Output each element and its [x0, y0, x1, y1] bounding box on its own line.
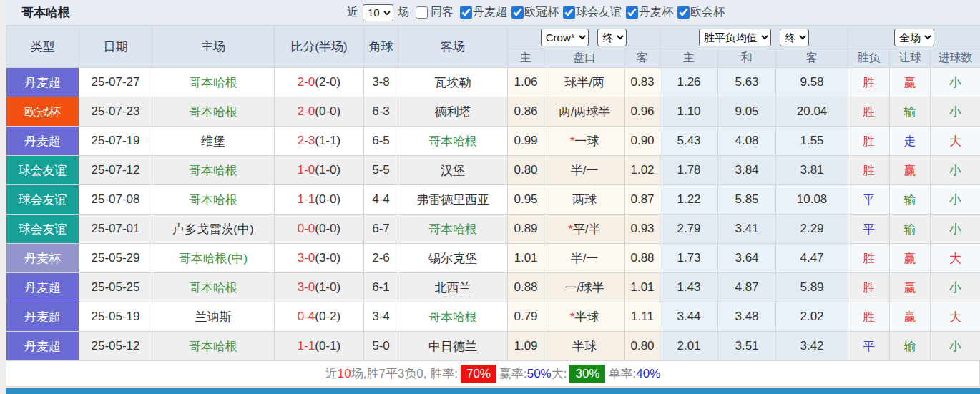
euro-draw-odds: 3.64 [718, 244, 776, 273]
result-text: 胜 [863, 134, 875, 148]
asia-home-odds: 0.95 [508, 185, 544, 215]
summary-segment: 赢率: [499, 365, 527, 382]
corners-cell: 3-8 [364, 68, 398, 97]
result-cell: 胜 [848, 302, 890, 332]
league-checkbox[interactable] [460, 6, 472, 19]
fulltime-score: 0-4 [298, 310, 315, 323]
score-cell: 1-0(1-0) [275, 156, 364, 185]
euro-bookmaker-select[interactable]: 胜平负均值 [699, 29, 771, 46]
handicap-result-cell: 赢 [890, 273, 931, 302]
asia-home-odds: 0.79 [508, 302, 544, 332]
same-venue-checkbox[interactable] [416, 6, 428, 19]
col-header-home: 主场 [152, 26, 275, 68]
goals-text: 小 [949, 76, 961, 89]
fulltime-score: 2-0 [298, 104, 315, 118]
score-cell: 0-4(0-2) [275, 302, 364, 332]
home-team-cell: 哥本哈根(中) [152, 244, 275, 273]
result-cell: 平 [848, 332, 890, 361]
league-filter-group: 丹麦超欧冠杯球会友谊丹麦杯欧会杯 [456, 5, 725, 20]
date-cell: 25-05-29 [79, 244, 152, 273]
match-row: 丹麦超25-05-25哥本哈根3-0(1-0)6-1北西兰0.88一/球半1.0… [6, 273, 980, 302]
asia-handicap-cell: 球半/两 [544, 68, 625, 97]
fulltime-score: 3-0 [298, 251, 315, 265]
handicap-result-text: 输 [904, 193, 916, 207]
league-checkbox[interactable] [677, 6, 690, 19]
result-text: 胜 [863, 76, 875, 89]
result-text: 胜 [863, 105, 875, 119]
asia-time-select[interactable]: 终 [597, 29, 627, 46]
sub-header-asia-away: 客 [625, 49, 660, 68]
asia-home-odds: 1.09 [508, 332, 544, 361]
handicap-result-cell: 输 [890, 185, 931, 215]
euro-home-odds: 1.43 [660, 273, 718, 302]
asia-away-odds: 0.93 [625, 215, 660, 244]
away-team-name: 哥本哈根 [428, 310, 477, 324]
euro-home-odds: 1.26 [660, 68, 718, 97]
date-cell: 25-07-23 [79, 97, 152, 127]
league-checkbox[interactable] [626, 6, 638, 19]
sub-header-asia-home: 主 [508, 49, 544, 68]
away-team-cell: 哥本哈根 [398, 215, 508, 244]
asia-home-odds: 0.99 [508, 127, 544, 156]
handicap-result-cell: 赢 [890, 302, 931, 332]
fulltime-score: 1-0 [298, 163, 315, 177]
date-cell: 25-07-08 [79, 185, 152, 215]
euro-draw-odds: 3.51 [718, 332, 776, 361]
result-text: 胜 [863, 281, 875, 295]
home-team-cell: 哥本哈根 [152, 97, 275, 127]
league-label: 丹麦超 [473, 5, 507, 20]
score-cell: 3-0(3-0) [275, 244, 364, 273]
league-filter-3: 丹麦杯 [622, 5, 673, 20]
goals-cell: 小 [931, 156, 980, 185]
match-row: 丹麦杯25-05-29哥本哈根(中)3-0(3-0)2-6锡尔克堡1.01半/一… [6, 244, 980, 273]
league-checkbox[interactable] [511, 6, 524, 19]
away-team-cell: 北西兰 [398, 273, 508, 302]
euro-away-odds: 2.29 [776, 215, 848, 244]
goals-text: 大 [949, 252, 961, 265]
asia-home-odds: 1.01 [508, 244, 544, 273]
league-filter-2: 球会友谊 [559, 5, 622, 20]
league-type-cell: 欧冠杯 [6, 97, 79, 127]
halftime-score: (1-0) [315, 163, 340, 177]
asia-handicap-cell: *一球 [544, 127, 625, 156]
away-team-cell: 锡尔克堡 [398, 244, 508, 273]
col-header-type: 类型 [6, 26, 79, 68]
asia-bookmaker-select[interactable]: Crow* [541, 29, 589, 46]
euro-draw-odds: 4.08 [718, 127, 776, 156]
summary-segment: 10 [338, 367, 351, 381]
league-label: 球会友谊 [576, 5, 622, 20]
bottom-divider-bar [6, 388, 980, 394]
recent-count-select[interactable]: 10 [363, 4, 393, 21]
euro-time-select[interactable]: 终 [780, 29, 809, 46]
home-team-cell: 哥本哈根 [152, 273, 275, 302]
handicap-result-text: 赢 [904, 252, 916, 265]
corners-cell: 6-5 [364, 127, 398, 156]
asia-away-odds: 0.83 [625, 68, 660, 97]
result-text: 胜 [863, 310, 875, 324]
sub-header-euro-home: 主 [660, 49, 718, 68]
match-row: 欧冠杯25-07-23哥本哈根2-0(0-0)6-3德利塔0.86两/两球半0.… [6, 97, 980, 127]
handicap-result-text: 赢 [904, 76, 916, 89]
handicap-result-cell: 输 [890, 332, 931, 361]
score-cell: 0-0(0-0) [275, 215, 364, 244]
matches-label: 场 [398, 5, 409, 20]
league-checkbox[interactable] [563, 6, 575, 19]
asia-home-odds: 0.89 [508, 215, 544, 244]
corners-cell: 5-5 [364, 156, 398, 185]
euro-draw-odds: 4.87 [718, 273, 776, 302]
home-team-name: 哥本哈根 [189, 164, 237, 177]
asia-away-odds: 0.96 [625, 97, 660, 127]
euro-away-odds: 9.58 [776, 68, 848, 97]
summary-segment: 大: [552, 365, 567, 382]
period-select[interactable]: 全场 [894, 29, 934, 46]
euro-draw-odds: 5.63 [718, 68, 776, 97]
league-filter-0: 丹麦超 [456, 5, 507, 20]
handicap-result-text: 输 [904, 222, 916, 236]
away-team-name: 弗雷德里西亚 [416, 193, 489, 207]
corners-cell: 6-3 [364, 97, 398, 127]
topbar: 哥本哈根 近 10 场 同客 丹麦超欧冠杯球会友谊丹麦杯欧会杯 [6, 0, 980, 26]
away-team-name: 德利塔 [435, 105, 471, 119]
goals-text: 小 [949, 105, 961, 119]
euro-odds-header: 胜平负均值 终 [660, 26, 848, 49]
handicap-result-cell: 赢 [890, 244, 931, 273]
